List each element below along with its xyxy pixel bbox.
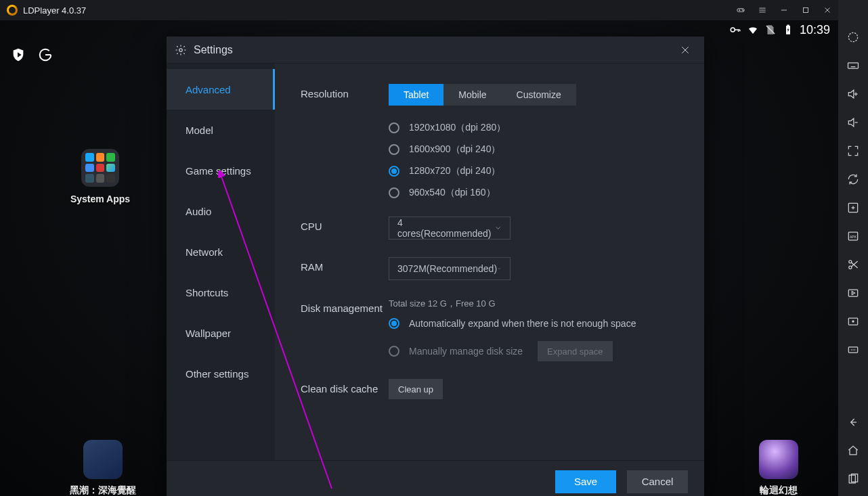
rail-more-icon[interactable] [838,342,868,357]
svg-point-49 [852,320,854,322]
rail-volume-up-icon[interactable] [838,87,868,102]
cancel-button[interactable]: Cancel [627,470,688,493]
svg-marker-32 [848,90,854,98]
svg-marker-47 [852,292,854,295]
svg-text:APK: APK [850,235,857,239]
no-sim-icon [764,24,777,36]
sidebar-item-audio[interactable]: Audio [167,191,275,231]
sidebar-item-advanced[interactable]: Advanced [167,69,275,110]
gamepad-icon[interactable] [730,0,752,20]
disk-option-manual-label: Manually manage disk size [409,346,523,357]
rail-volume-down-icon[interactable] [838,115,868,130]
disk-option-auto[interactable]: Automatically expand when there is not e… [389,318,636,329]
rail-sync-icon[interactable] [838,172,868,187]
android-statusbar: 10:39 [721,20,838,39]
svg-marker-35 [848,118,854,127]
resolution-tab-customize[interactable]: Customize [502,84,576,106]
close-button[interactable] [817,0,838,20]
rail-keyboard-icon[interactable] [838,58,868,73]
rail-back-icon[interactable] [838,415,868,430]
rail-operation-record-icon[interactable] [838,314,868,329]
svg-point-43 [849,266,852,269]
resolution-option-540[interactable]: 960x540（dpi 160） [389,187,576,199]
settings-sidebar: Advanced Model Game settings Audio Netwo… [167,64,275,460]
minimize-button[interactable] [773,0,795,20]
vpn-key-icon [729,24,741,36]
svg-rect-18 [787,25,789,26]
chevron-down-icon [494,224,502,232]
rail-recent-icon[interactable] [838,472,868,487]
rail-home-icon[interactable] [838,443,868,458]
sidebar-item-wallpaper[interactable]: Wallpaper [167,313,275,353]
disk-option-manual[interactable]: Manually manage disk size Expand space [389,341,636,361]
disk-option-auto-label: Automatically expand when there is not e… [409,318,636,329]
statusbar-time: 10:39 [800,23,830,37]
cpu-label: CPU [301,217,389,232]
sidebar-item-game-settings[interactable]: Game settings [167,150,275,191]
ram-label: RAM [301,257,389,273]
game-app-2-label: 輪迴幻想 [738,484,819,496]
emulator-desktop: 10:39 System Apps 黑潮：深海覺醒 輪迴幻想 Settings [0,20,838,496]
save-button[interactable]: Save [555,470,616,493]
gear-icon [175,44,187,56]
shield-icon[interactable] [11,47,26,65]
resolution-mode-segment: Tablet Mobile Customize [389,84,576,106]
battery-charging-icon [782,24,794,36]
svg-point-51 [851,349,852,351]
cache-label: Clean disk cache [301,379,389,394]
rail-record-icon[interactable] [838,286,868,300]
clean-up-button[interactable]: Clean up [389,379,443,399]
sidebar-item-model[interactable]: Model [167,110,275,150]
rail-fullscreen-icon[interactable] [838,143,868,158]
rail-scissors-icon[interactable] [838,257,868,272]
game-app-1-label: 黑潮：深海覺醒 [56,484,150,496]
chevron-down-icon [497,265,502,273]
settings-footer: Save Cancel [167,460,704,496]
svg-rect-27 [848,63,859,68]
resolution-tab-tablet[interactable]: Tablet [389,84,443,106]
disk-summary: Total size 12 G，Free 10 G [389,298,636,310]
cpu-dropdown[interactable]: 4 cores(Recommended) [389,217,511,240]
wifi-icon [747,24,759,36]
sidebar-item-network[interactable]: Network [167,231,275,272]
titlebar-title: LDPlayer 4.0.37 [23,5,86,16]
settings-header: Settings [167,37,704,64]
svg-point-4 [743,10,743,11]
sidebar-item-other[interactable]: Other settings [167,353,275,394]
resolution-option-720-label: 1280x720（dpi 240） [409,165,500,177]
settings-content: Resolution Tablet Mobile Customize 1920x… [275,64,704,460]
svg-point-53 [854,349,856,351]
resolution-option-900-label: 1600x900（dpi 240） [409,143,500,156]
ram-dropdown[interactable]: 3072M(Recommended) [389,257,511,280]
ldplayer-logo-icon [7,5,18,16]
rail-multi-instance-icon[interactable] [838,200,868,215]
rail-settings-icon[interactable] [838,30,868,45]
resolution-option-720[interactable]: 1280x720（dpi 240） [389,165,576,177]
game-app-2[interactable]: 輪迴幻想 [738,440,819,496]
settings-close-button[interactable] [674,39,696,61]
ram-dropdown-value: 3072M(Recommended) [397,263,497,274]
google-icon[interactable] [38,47,53,65]
svg-point-26 [848,32,857,41]
resolution-option-1080-label: 1920x1080（dpi 280） [409,122,506,134]
svg-point-52 [852,349,854,351]
rail-apk-icon[interactable]: APK [838,229,868,244]
settings-dialog: Settings Advanced Model Game settings Au… [167,37,704,496]
game-app-1[interactable]: 黑潮：深海覺醒 [56,440,150,496]
resolution-label: Resolution [301,84,389,99]
svg-point-3 [742,9,743,10]
maximize-button[interactable] [795,0,817,20]
resolution-option-1080[interactable]: 1920x1080（dpi 280） [389,122,576,134]
cpu-dropdown-value: 4 cores(Recommended) [397,217,494,239]
svg-rect-46 [848,290,857,296]
menu-icon[interactable] [752,0,773,20]
svg-rect-9 [804,8,808,13]
sidebar-item-shortcuts[interactable]: Shortcuts [167,272,275,313]
resolution-tab-mobile[interactable]: Mobile [443,84,501,106]
system-apps-folder[interactable]: System Apps [68,149,133,204]
svg-point-12 [731,28,735,32]
expand-space-button: Expand space [538,341,612,361]
system-apps-label: System Apps [68,194,133,204]
resolution-option-900[interactable]: 1600x900（dpi 240） [389,143,576,156]
svg-point-22 [179,48,183,51]
